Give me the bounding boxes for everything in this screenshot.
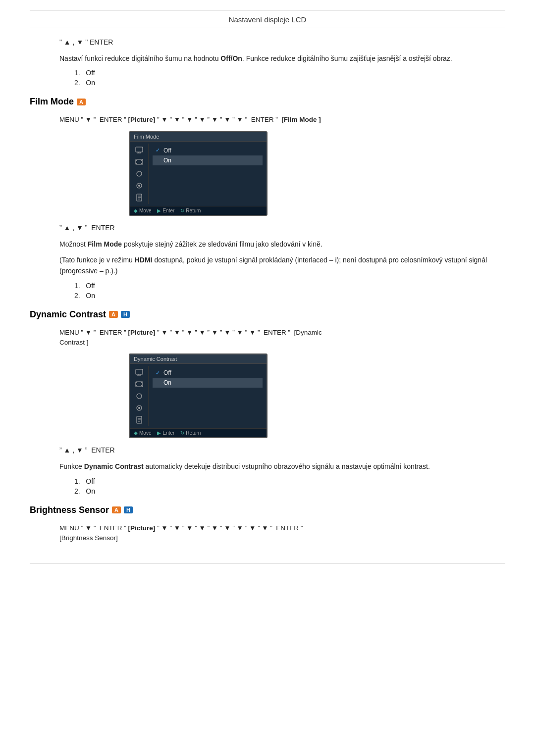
section-title-brightness-sensor: Brightness Sensor [30,505,109,515]
dc-footer-move: ◆ Move [134,430,151,436]
dc-tv-icon-2 [134,380,145,389]
svg-point-25 [137,394,142,399]
film-mode-screen-title: Film Mode [130,132,267,142]
dc-footer-enter: ▶ Enter [157,430,174,436]
move-label: Move [139,208,151,213]
dc-tv-icon-5 [134,415,145,424]
footer-enter: ▶ Enter [157,208,174,213]
list-item: 2. On [74,292,505,300]
dynamic-contrast-desc: Funkce Dynamic Contrast automaticky dete… [59,461,505,472]
brightness-sensor-menu-instruction: MENU ” ▼ ” ENTER ” [Picture] ” ▼ ” ▼ ” ▼… [59,523,505,544]
page-container: Nastavení displeje LCD " ▲ , ▼ " ENTER N… [0,0,535,756]
list-item: 2. On [74,79,505,87]
svg-point-24 [141,385,142,386]
dc-check-on [156,380,161,386]
list-item: 1. Off [74,477,505,485]
dynamic-contrast-icons-col [130,366,149,426]
badge-h-dynamic-contrast: H [121,311,130,318]
enter-label: Enter [162,208,174,213]
dynamic-contrast-option-on[interactable]: On [153,378,263,388]
dc-move-icon: ◆ [134,430,138,436]
dynamic-contrast-option-off[interactable]: ✓ Off [153,368,263,378]
svg-point-9 [137,171,142,176]
dynamic-contrast-tv-screen: Dynamic Contrast [129,353,268,438]
badge-a-film-mode: A [77,99,86,105]
section-heading-dynamic-contrast: Dynamic Contrast A H [30,309,505,320]
badge-a-dynamic-contrast: A [109,311,118,318]
dynamic-contrast-screen-footer: ◆ Move ▶ Enter ↻ Return [130,428,267,437]
tv-icon-2 [134,157,145,166]
svg-point-11 [138,185,140,187]
film-mode-bottom-section: ” ▲ , ▼ ” ENTER Možnost Film Mode poskyt… [59,224,505,300]
return-label: Return [186,208,201,213]
svg-rect-16 [136,369,143,374]
section-heading-film-mode: Film Mode A [30,97,505,107]
dc-tv-icon-3 [134,392,145,401]
film-mode-desc2: (Tato funkce je v režimu HDMI dostupná, … [59,254,505,277]
film-mode-off-label: Off [163,147,171,154]
top-border-area: Nastavení displeje LCD [30,10,505,28]
footer-return: ↻ Return [180,208,201,213]
dynamic-contrast-menu-instruction: MENU ” ▼ ” ENTER ” [Picture] ” ▼ ” ▼ ” ▼… [59,328,505,348]
film-mode-check-on [156,157,161,163]
dc-off-label: Off [163,369,171,376]
svg-rect-0 [136,147,143,152]
dc-tv-icon-1 [134,368,145,377]
film-mode-option-off[interactable]: ✓ Off [153,146,263,155]
svg-point-5 [136,160,137,161]
dc-return-icon: ↻ [180,430,184,436]
intro-section: " ▲ , ▼ " ENTER Nastaví funkci redukce d… [59,38,505,87]
dynamic-contrast-screen-title: Dynamic Contrast [130,354,267,364]
dc-on-label: On [163,379,171,386]
svg-point-21 [136,382,137,383]
film-mode-on-label: On [163,157,171,164]
svg-point-22 [136,385,137,386]
list-item: 1. Off [74,282,505,290]
dc-footer-return: ↻ Return [180,430,201,436]
film-mode-screen-container: Film Mode [129,131,268,216]
film-mode-options-col: ✓ Off On [149,144,267,204]
section-title-dynamic-contrast: Dynamic Contrast [30,309,106,320]
film-mode-screen-body: ✓ Off On [130,142,267,206]
film-mode-check-off: ✓ [156,147,161,153]
dc-check-off: ✓ [156,370,161,376]
svg-point-23 [141,382,142,383]
dc-enter-icon: ▶ [157,430,161,436]
bottom-border [30,563,505,563]
svg-point-7 [141,160,142,161]
dynamic-contrast-nav-instruction: ” ▲ , ▼ ” ENTER [59,446,505,454]
list-item: 1. Off [74,69,505,77]
intro-nav-instruction: " ▲ , ▼ " ENTER [59,38,505,46]
enter-icon: ▶ [157,208,161,213]
tv-icon-4 [134,181,145,190]
film-mode-menu-instruction: MENU ” ▼ ” ENTER ” [Picture] ” ▼ ” ▼ ” ▼… [59,115,505,125]
tv-icon-1 [134,146,145,154]
film-mode-desc1: Možnost Film Mode poskytuje stejný zážit… [59,239,505,250]
section-title-film-mode: Film Mode [30,97,74,107]
dynamic-contrast-screen-container: Dynamic Contrast [129,353,268,438]
dc-move-label: Move [139,430,151,436]
film-mode-list: 1. Off 2. On [74,282,505,300]
dc-enter-label: Enter [162,430,174,436]
dynamic-contrast-options-col: ✓ Off On [149,366,267,426]
dynamic-contrast-bottom-section: ” ▲ , ▼ ” ENTER Funkce Dynamic Contrast … [59,446,505,495]
intro-desc: Nastaví funkci redukce digitálního šumu … [59,53,505,64]
film-mode-icons-col [130,144,149,204]
footer-move: ◆ Move [134,208,151,213]
section-heading-brightness-sensor: Brightness Sensor A H [30,505,505,515]
tv-icon-5 [134,193,145,202]
film-mode-tv-screen: Film Mode [129,131,268,216]
tv-icon-3 [134,169,145,178]
page-title: Nastavení displeje LCD [30,15,505,28]
move-icon: ◆ [134,208,138,213]
dynamic-contrast-screen-body: ✓ Off On [130,364,267,428]
svg-point-27 [138,407,140,409]
dynamic-contrast-list: 1. Off 2. On [74,477,505,495]
film-mode-screen-footer: ◆ Move ▶ Enter ↻ Return [130,206,267,215]
list-item: 2. On [74,487,505,495]
badge-h-brightness-sensor: H [124,506,133,513]
dc-tv-icon-4 [134,403,145,412]
svg-point-8 [141,163,142,164]
film-mode-nav-instruction: ” ▲ , ▼ ” ENTER [59,224,505,232]
film-mode-option-on[interactable]: On [153,155,263,165]
